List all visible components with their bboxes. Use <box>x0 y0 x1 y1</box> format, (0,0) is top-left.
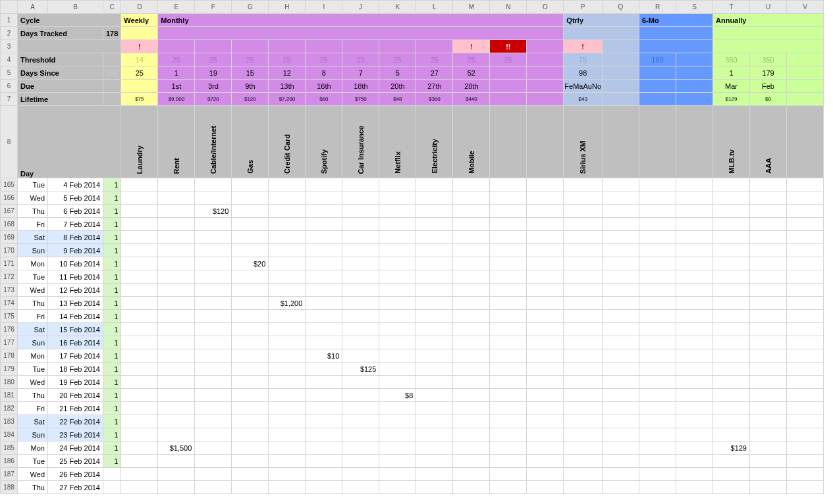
col-header[interactable]: M <box>453 1 490 14</box>
cell[interactable] <box>787 270 824 284</box>
cell[interactable] <box>269 349 306 363</box>
label-daystracked[interactable]: Days Tracked <box>18 27 103 40</box>
cell[interactable] <box>527 468 564 481</box>
cell[interactable] <box>676 80 713 93</box>
cell[interactable] <box>158 415 195 428</box>
cell[interactable] <box>158 402 195 415</box>
row-header[interactable]: 173 <box>1 284 18 297</box>
cell[interactable] <box>527 218 564 231</box>
cell[interactable] <box>453 455 490 468</box>
cell[interactable] <box>269 284 306 297</box>
cell[interactable]: 27 <box>416 66 453 80</box>
cell[interactable] <box>527 80 564 93</box>
cell[interactable] <box>121 297 158 310</box>
cell[interactable] <box>379 244 416 257</box>
cell-c[interactable]: 1 <box>103 231 121 244</box>
cell[interactable] <box>603 376 639 389</box>
label-threshold[interactable]: Threshold <box>18 53 103 66</box>
cell[interactable] <box>121 389 158 402</box>
cell[interactable] <box>158 218 195 231</box>
cell[interactable] <box>232 218 269 231</box>
cell[interactable] <box>232 389 269 402</box>
cell[interactable] <box>713 323 750 336</box>
cell[interactable] <box>195 323 232 336</box>
cell[interactable] <box>158 191 195 205</box>
cell[interactable] <box>750 376 787 389</box>
cell[interactable]: $20 <box>232 257 269 270</box>
cell-dow[interactable]: Sat <box>18 323 48 336</box>
row-header[interactable]: 167 <box>1 205 18 218</box>
cell[interactable] <box>232 455 269 468</box>
cell-dow[interactable]: Sat <box>18 415 48 428</box>
cell[interactable] <box>195 178 232 191</box>
cell[interactable] <box>416 363 453 376</box>
cell[interactable] <box>195 40 232 53</box>
col-header[interactable]: I <box>306 1 342 14</box>
row-header[interactable]: 8 <box>1 106 18 178</box>
cell[interactable] <box>306 231 342 244</box>
label-lifetime[interactable]: Lifetime <box>18 93 103 106</box>
row-header[interactable]: 165 <box>1 178 18 191</box>
category-header[interactable]: Electricity <box>416 106 453 178</box>
cell[interactable] <box>713 27 824 40</box>
cell[interactable] <box>676 336 713 349</box>
cell[interactable] <box>603 428 639 441</box>
cell[interactable] <box>306 481 342 494</box>
cell[interactable]: $9,000 <box>158 93 195 106</box>
cell[interactable]: !! <box>490 40 527 53</box>
cell[interactable] <box>416 205 453 218</box>
row-header[interactable]: 174 <box>1 297 18 310</box>
cell[interactable] <box>639 428 676 441</box>
cell[interactable] <box>490 244 527 257</box>
col-header[interactable]: J <box>342 1 379 14</box>
category-header[interactable]: Laundry <box>121 106 158 178</box>
cell-c[interactable] <box>103 481 121 494</box>
cell[interactable] <box>713 244 750 257</box>
cell[interactable] <box>713 257 750 270</box>
cell[interactable] <box>603 231 639 244</box>
cell-date[interactable]: 16 Feb 2014 <box>48 336 103 349</box>
cell[interactable] <box>342 415 379 428</box>
cell[interactable] <box>121 27 158 40</box>
cell[interactable] <box>342 284 379 297</box>
cell[interactable] <box>564 363 603 376</box>
cell[interactable] <box>453 270 490 284</box>
cell[interactable] <box>121 336 158 349</box>
cell[interactable] <box>269 336 306 349</box>
cell[interactable] <box>269 376 306 389</box>
cell[interactable]: 75 <box>564 53 603 66</box>
cell[interactable] <box>676 284 713 297</box>
cell[interactable] <box>232 428 269 441</box>
cell[interactable] <box>103 53 121 66</box>
cell[interactable] <box>306 257 342 270</box>
cell[interactable] <box>195 310 232 323</box>
cell[interactable] <box>416 270 453 284</box>
cell[interactable] <box>379 428 416 441</box>
cell[interactable] <box>158 468 195 481</box>
cell[interactable]: 25 <box>416 53 453 66</box>
cell[interactable] <box>676 244 713 257</box>
cell[interactable] <box>195 468 232 481</box>
cell[interactable]: $129 <box>713 441 750 455</box>
cell[interactable] <box>527 441 564 455</box>
cell[interactable] <box>121 80 158 93</box>
cell[interactable] <box>639 415 676 428</box>
cell[interactable] <box>342 441 379 455</box>
cell-c[interactable]: 1 <box>103 415 121 428</box>
row-header[interactable]: 185 <box>1 441 18 455</box>
cell[interactable] <box>490 389 527 402</box>
cell[interactable] <box>787 481 824 494</box>
cell[interactable] <box>713 415 750 428</box>
cell[interactable] <box>676 53 713 66</box>
row-header[interactable]: 175 <box>1 310 18 323</box>
cell[interactable] <box>564 310 603 323</box>
cell[interactable] <box>750 205 787 218</box>
cell[interactable] <box>639 481 676 494</box>
cell[interactable] <box>639 389 676 402</box>
cell[interactable]: 25 <box>379 53 416 66</box>
cell[interactable] <box>639 231 676 244</box>
row-header[interactable]: 7 <box>1 93 18 106</box>
cell[interactable] <box>342 257 379 270</box>
category-header[interactable]: Netflix <box>379 106 416 178</box>
row-header[interactable]: 188 <box>1 481 18 494</box>
